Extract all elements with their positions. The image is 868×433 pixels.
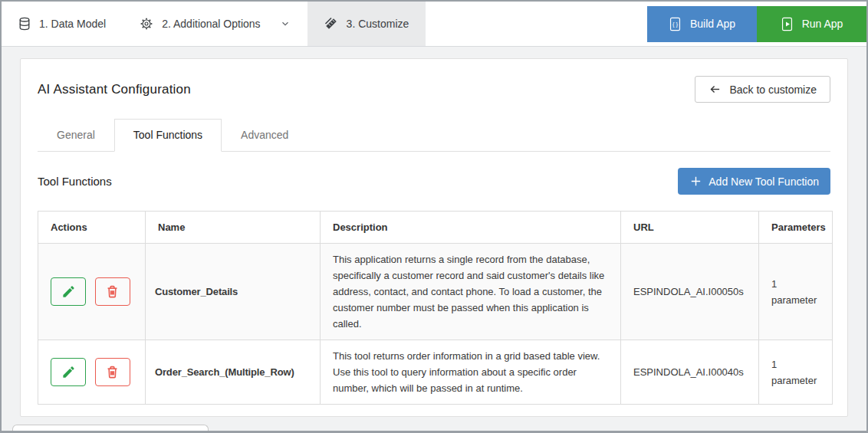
build-app-label: Build App	[690, 18, 735, 30]
column-header-name: Name	[146, 212, 321, 244]
tab-bar: General Tool Functions Advanced	[38, 119, 830, 152]
app-window: 1. Data Model 2. Additional Options	[0, 0, 868, 433]
back-button-label: Back to customize	[729, 84, 817, 96]
actions-cell	[38, 244, 146, 340]
column-header-actions: Actions	[38, 212, 146, 244]
step-label: 1. Data Model	[39, 18, 106, 30]
step-additional-options[interactable]: 2. Additional Options	[123, 2, 307, 46]
step-data-model[interactable]: 1. Data Model	[2, 2, 123, 46]
tool-url: ESPINDOLA_AI.I00050s	[621, 244, 759, 340]
table-header-row: Actions Name Description URL Parameters	[38, 212, 833, 244]
section-header: Tool Functions Add New Tool Function	[38, 168, 830, 195]
tab-advanced[interactable]: Advanced	[222, 119, 307, 152]
actions-cell	[38, 340, 146, 405]
page-title: AI Assistant Configuration	[38, 82, 191, 97]
back-to-customize-button[interactable]: Back to customize	[695, 76, 830, 103]
back-arrow-icon	[709, 84, 722, 95]
run-app-button[interactable]: Run App	[757, 6, 866, 42]
trash-icon	[105, 365, 120, 379]
tool-functions-table: Actions Name Description URL Parameters	[38, 211, 833, 405]
step-label: 2. Additional Options	[162, 18, 260, 30]
edit-button[interactable]	[51, 277, 86, 306]
table-row: Order_Search_(Multiple_Row) This tool re…	[38, 340, 833, 405]
partial-bottom-panel	[12, 425, 209, 431]
tab-general[interactable]: General	[38, 119, 114, 152]
step-customize[interactable]: 3. Customize	[307, 2, 426, 46]
delete-button[interactable]	[95, 277, 130, 306]
column-header-url: URL	[621, 212, 759, 244]
code-file-icon: { }	[669, 17, 682, 31]
section-title: Tool Functions	[38, 175, 112, 188]
main-content: AI Assistant Configuration Back to custo…	[2, 47, 866, 431]
tool-name: Customer_Details	[146, 244, 321, 340]
tool-name: Order_Search_(Multiple_Row)	[146, 340, 321, 405]
plus-icon	[689, 175, 702, 188]
step-label: 3. Customize	[347, 18, 409, 30]
gear-icon	[140, 17, 153, 31]
run-app-label: Run App	[802, 18, 843, 30]
tool-description: This application returns a single record…	[321, 244, 621, 340]
build-app-button[interactable]: { } Build App	[647, 6, 757, 42]
column-header-parameters: Parameters	[759, 212, 833, 244]
tool-description: This tool returns order information in a…	[321, 340, 621, 405]
topbar-spacer	[426, 2, 647, 46]
configuration-card: AI Assistant Configuration Back to custo…	[20, 58, 848, 417]
customize-icon	[324, 17, 338, 31]
pencil-icon	[61, 365, 76, 379]
delete-button[interactable]	[95, 358, 130, 386]
tool-url: ESPINDOLA_AI.I00040s	[621, 340, 759, 405]
trash-icon	[105, 284, 120, 299]
tool-parameters: 1 parameter	[759, 340, 833, 405]
database-icon	[18, 17, 31, 31]
card-header: AI Assistant Configuration Back to custo…	[38, 76, 830, 103]
chevron-down-icon[interactable]	[280, 18, 291, 29]
top-navigation: 1. Data Model 2. Additional Options	[2, 2, 866, 47]
edit-button[interactable]	[51, 358, 86, 386]
tab-tool-functions[interactable]: Tool Functions	[114, 119, 222, 152]
pencil-icon	[61, 284, 76, 299]
tool-parameters: 1 parameter	[759, 244, 833, 340]
svg-text:{ }: { }	[672, 21, 679, 28]
run-file-icon	[781, 17, 794, 31]
add-new-tool-function-button[interactable]: Add New Tool Function	[678, 168, 830, 195]
add-button-label: Add New Tool Function	[709, 175, 819, 188]
column-header-description: Description	[321, 212, 621, 244]
table-row: Customer_Details This application return…	[38, 244, 833, 340]
